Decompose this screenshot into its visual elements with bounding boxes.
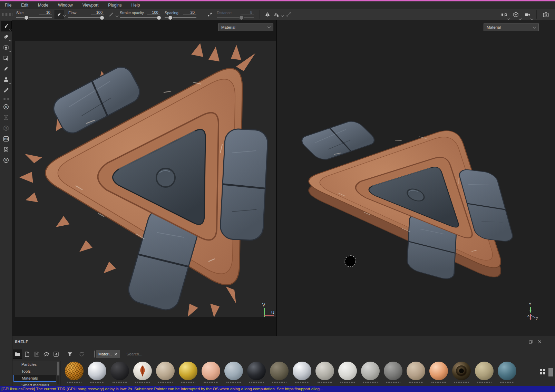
- hidden-icon[interactable]: [42, 350, 51, 359]
- chevron-down-icon[interactable]: [9, 28, 11, 31]
- toolbar-grip[interactable]: [2, 13, 12, 16]
- new-resource-icon[interactable]: [23, 350, 31, 359]
- size-value[interactable]: 10: [39, 10, 52, 15]
- category-scrollbar-thumb[interactable]: [57, 362, 59, 375]
- shader-dropdown-2d[interactable]: Material: [218, 23, 273, 31]
- size-track[interactable]: [16, 17, 52, 18]
- projection-tool-icon[interactable]: [1, 42, 11, 52]
- flow-handle[interactable]: [100, 16, 104, 20]
- material-item[interactable]: [270, 362, 289, 383]
- viewport-3d[interactable]: Y X Z Material: [276, 20, 555, 336]
- shelf-scrollbar-thumb[interactable]: [548, 368, 553, 376]
- material-item[interactable]: [429, 362, 448, 383]
- material-item[interactable]: [407, 362, 425, 383]
- material-item[interactable]: [224, 362, 243, 383]
- material-item[interactable]: [452, 362, 471, 383]
- folder-icon[interactable]: [13, 350, 22, 359]
- lazy-mouse-icon[interactable]: [205, 10, 214, 19]
- material-teal-slate[interactable]: [498, 362, 516, 380]
- filter-chip[interactable]: Materi..: [96, 350, 120, 358]
- spacing-track[interactable]: [165, 17, 196, 18]
- material-gold-mesh[interactable]: [65, 362, 84, 380]
- screenshot-icon[interactable]: [541, 9, 550, 20]
- material-black-matte[interactable]: [110, 362, 129, 380]
- material-concrete[interactable]: [315, 362, 334, 380]
- search-input[interactable]: [126, 352, 231, 356]
- stroke-opacity-value[interactable]: 100: [147, 10, 160, 15]
- material-steel-blue[interactable]: [224, 362, 243, 380]
- chevron-down-icon[interactable]: [9, 50, 11, 52]
- material-picker-tool-icon[interactable]: [1, 85, 11, 95]
- substance-account-icon[interactable]: S: [1, 155, 11, 165]
- spacing-slider[interactable]: Spacing20: [165, 10, 196, 18]
- symmetry-icon[interactable]: [263, 10, 272, 19]
- brush-preset-icon[interactable]: [55, 10, 64, 19]
- menu-plugins[interactable]: Plugins: [103, 1, 126, 9]
- export-icon[interactable]: [52, 350, 60, 359]
- material-item[interactable]: [133, 362, 152, 383]
- substance-source-icon[interactable]: S: [1, 102, 11, 112]
- material-olive-drab[interactable]: [270, 362, 289, 380]
- category-tools[interactable]: Tools: [13, 368, 56, 375]
- material-item[interactable]: [156, 362, 175, 383]
- eraser-tool-icon[interactable]: [1, 32, 11, 42]
- stroke-opacity-handle[interactable]: [157, 16, 161, 20]
- menu-file[interactable]: File: [0, 1, 16, 9]
- chevron-down-icon[interactable]: [519, 17, 522, 20]
- flow-track[interactable]: [68, 17, 104, 18]
- menu-mode[interactable]: Mode: [33, 1, 53, 9]
- material-copper-shine[interactable]: [429, 362, 448, 380]
- material-white-porcelain[interactable]: [338, 362, 357, 380]
- material-item[interactable]: [475, 362, 494, 383]
- category-scrollbar[interactable]: [57, 362, 59, 384]
- material-item[interactable]: [179, 362, 197, 383]
- size-slider[interactable]: Size10: [16, 10, 52, 18]
- stroke-preset-icon[interactable]: [107, 10, 116, 19]
- chevron-down-icon[interactable]: [116, 14, 118, 17]
- camera-mode-icon[interactable]: [523, 9, 532, 20]
- size-handle[interactable]: [24, 16, 29, 20]
- material-item[interactable]: [361, 362, 380, 383]
- shelf-detach-icon[interactable]: [527, 339, 534, 345]
- chevron-down-icon[interactable]: [63, 14, 66, 17]
- material-gold-polished[interactable]: [179, 362, 197, 380]
- spacing-handle[interactable]: [168, 16, 173, 20]
- material-asphalt-gray[interactable]: [384, 362, 402, 380]
- menu-edit[interactable]: Edit: [16, 1, 33, 9]
- material-item[interactable]: [384, 362, 402, 383]
- clone-tool-icon[interactable]: [1, 75, 11, 85]
- flow-value[interactable]: 100: [91, 10, 104, 15]
- spacing-value[interactable]: 20: [183, 10, 196, 15]
- category-particles[interactable]: Particles: [13, 361, 56, 368]
- material-plaster-gray[interactable]: [361, 362, 380, 380]
- paint-tool-icon[interactable]: [1, 21, 11, 31]
- resources-updater-icon[interactable]: [1, 145, 11, 155]
- chip-close-icon[interactable]: [114, 352, 118, 356]
- grid-view-icon[interactable]: [540, 369, 545, 374]
- material-skin-pink[interactable]: [202, 362, 220, 380]
- material-item[interactable]: [293, 362, 311, 383]
- stroke-opacity-track[interactable]: [120, 17, 160, 18]
- chevron-down-icon[interactable]: [530, 17, 533, 20]
- material-sand-tan[interactable]: [407, 362, 425, 380]
- material-clay-beige[interactable]: [156, 362, 175, 380]
- material-item[interactable]: [202, 362, 220, 383]
- chevron-down-icon[interactable]: [9, 82, 11, 84]
- shader-dropdown-3d[interactable]: Material: [484, 23, 539, 31]
- material-chrome-bright[interactable]: [293, 362, 311, 380]
- menu-help[interactable]: Help: [127, 1, 145, 9]
- chevron-down-icon[interactable]: [507, 17, 510, 20]
- photoshop-export-icon[interactable]: Ps: [1, 134, 11, 144]
- material-chrome[interactable]: [88, 362, 106, 380]
- material-item[interactable]: [498, 362, 516, 383]
- material-khaki[interactable]: [475, 362, 494, 380]
- material-black-gloss[interactable]: [247, 362, 266, 380]
- category-materials[interactable]: Materials: [13, 375, 56, 382]
- chevron-down-icon[interactable]: [9, 39, 11, 41]
- viewport-2d[interactable]: V U Material: [12, 20, 276, 336]
- material-ornate-lens[interactable]: [452, 362, 471, 380]
- chevron-down-icon[interactable]: [281, 14, 284, 17]
- material-item[interactable]: [65, 362, 84, 383]
- material-item[interactable]: [315, 362, 334, 383]
- material-porcelain-leaf[interactable]: [133, 362, 152, 380]
